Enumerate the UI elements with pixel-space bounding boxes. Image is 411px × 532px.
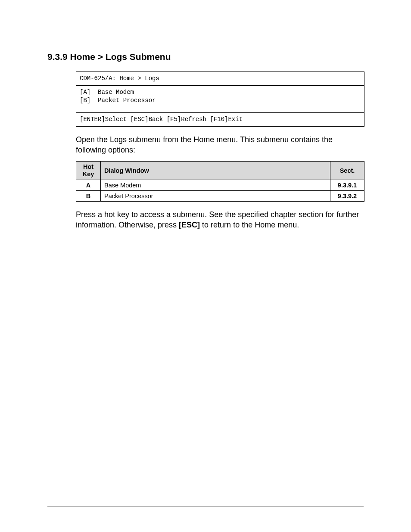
table-header-row: Hot Key Dialog Window Sect.: [76, 162, 364, 180]
terminal-screenshot: CDM-625/A: Home > Logs [A] Base Modem [B…: [76, 72, 364, 127]
closing-text-post: to return to the Home menu.: [200, 221, 299, 229]
esc-key-label: [ESC]: [179, 221, 200, 229]
hotkey-table: Hot Key Dialog Window Sect. A Base Modem…: [76, 161, 364, 201]
col-dialog: Dialog Window: [101, 162, 330, 180]
closing-paragraph: Press a hot key to access a submenu. See…: [76, 209, 364, 230]
terminal-option-a: [A] Base Modem: [80, 88, 361, 96]
cell-dialog: Packet Processor: [101, 190, 330, 201]
col-sect: Sect.: [330, 162, 364, 180]
footer-rule: [47, 507, 364, 507]
terminal-option-b: [B] Packet Processor: [80, 96, 361, 105]
cell-sect: 9.3.9.1: [330, 180, 364, 190]
intro-paragraph: Open the Logs submenu from the Home menu…: [76, 134, 364, 156]
terminal-title: CDM-625/A: Home > Logs: [76, 72, 364, 86]
terminal-options: [A] Base Modem [B] Packet Processor: [76, 86, 364, 113]
section-heading: 9.3.9 Home > Logs Submenu: [47, 52, 364, 62]
table-row: A Base Modem 9.3.9.1: [76, 180, 364, 190]
terminal-footer-keys: [ENTER]Select [ESC]Back [F5]Refresh [F10…: [76, 113, 364, 126]
page: 9.3.9 Home > Logs Submenu CDM-625/A: Hom…: [0, 0, 411, 532]
cell-sect: 9.3.9.2: [330, 190, 364, 201]
cell-hotkey: A: [76, 180, 101, 190]
table-row: B Packet Processor 9.3.9.2: [76, 190, 364, 201]
cell-dialog: Base Modem: [101, 180, 330, 190]
col-hotkey: Hot Key: [76, 162, 101, 180]
cell-hotkey: B: [76, 190, 101, 201]
